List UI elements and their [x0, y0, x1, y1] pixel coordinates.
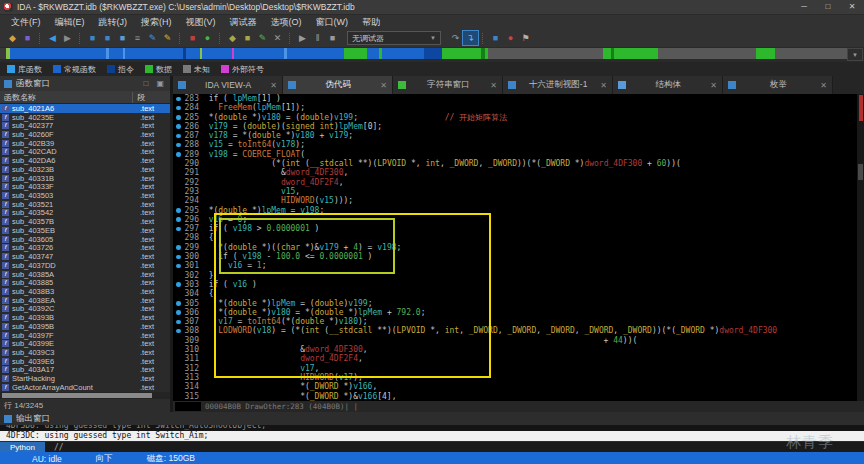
tab-伪代码[interactable]: 伪代码✕ — [283, 76, 393, 94]
cli-interpreter-button[interactable]: Python — [0, 442, 45, 452]
breakpoint-pin-icon[interactable]: ● — [503, 31, 518, 45]
output-line[interactable]: 4DF3DC: using guessed type int Switch_Ai… — [0, 431, 864, 441]
code-line-287[interactable]: 287 v178 = *(double *)v180 + v179; — [173, 131, 864, 140]
function-row[interactable]: fsub_4039C3.text — [0, 348, 170, 357]
function-row[interactable]: fGetActorArrayAndCount.text — [0, 383, 170, 392]
code-line-304[interactable]: 304 { — [173, 289, 864, 298]
forward-icon[interactable]: ▶ — [60, 31, 75, 45]
menu-item-选项(O)[interactable]: 选项(O) — [264, 16, 309, 29]
function-row[interactable]: fsub_403521.text — [0, 200, 170, 209]
function-row[interactable]: fsub_4021A6.text — [0, 104, 170, 113]
debug-windows-icon[interactable]: ■ — [488, 31, 503, 45]
code-line-302[interactable]: 302 } — [173, 271, 864, 280]
tab-IDA VIEW-A[interactable]: IDA VIEW-A✕ — [173, 76, 283, 94]
delete-icon[interactable]: ✕ — [270, 31, 285, 45]
menu-item-窗口(W)[interactable]: 窗口(W) — [309, 16, 356, 29]
function-row[interactable]: fsub_40260F.text — [0, 130, 170, 139]
function-row[interactable]: fsub_403503.text — [0, 191, 170, 200]
script-icon[interactable]: ✎ — [255, 31, 270, 45]
tab-十六进制视图-1[interactable]: 十六进制视图-1✕ — [503, 76, 613, 94]
function-row[interactable]: fsub_402CAD.text — [0, 148, 170, 157]
code-line-309[interactable]: 309 + 44))( — [173, 336, 864, 345]
function-row[interactable]: fsub_40399E.text — [0, 339, 170, 348]
function-row[interactable]: fsub_4039E6.text — [0, 357, 170, 366]
play-icon[interactable]: ▶ — [295, 31, 310, 45]
jump-name-icon[interactable]: ■ — [100, 31, 115, 45]
function-row[interactable]: fsub_402377.text — [0, 121, 170, 130]
function-row[interactable]: fsub_40331B.text — [0, 174, 170, 183]
tab-枚举[interactable]: 枚举✕ — [723, 76, 833, 94]
pause-icon[interactable]: ‖ — [310, 31, 325, 45]
function-row[interactable]: fsub_402B39.text — [0, 139, 170, 148]
maximize-button[interactable]: □ — [816, 0, 840, 14]
function-row[interactable]: fsub_4038B3.text — [0, 287, 170, 296]
movie-icon[interactable]: ■ — [185, 31, 200, 45]
function-row[interactable]: fsub_40397F.text — [0, 331, 170, 340]
tab-close-icon[interactable]: ✕ — [820, 81, 827, 90]
navigation-band[interactable]: ▼ — [0, 47, 864, 62]
function-row[interactable]: fsub_40357B.text — [0, 217, 170, 226]
function-row[interactable]: fsub_40385A.text — [0, 270, 170, 279]
jump-function-icon[interactable]: ■ — [115, 31, 130, 45]
code-line-284[interactable]: 284 FreeMem(lpMem[1]); — [173, 103, 864, 112]
tab-字符串窗口[interactable]: 字符串窗口✕ — [393, 76, 503, 94]
menu-item-帮助[interactable]: 帮助 — [355, 16, 387, 29]
debugger-selector[interactable]: 无调试器▼ — [347, 31, 441, 45]
navband-zoom-dropdown[interactable]: ▼ — [847, 48, 863, 61]
code-line-298[interactable]: 298 { — [173, 233, 864, 242]
column-header-name[interactable]: 函数名称 — [0, 92, 133, 103]
code-line-299[interactable]: 299 *(double *)((char *)&v179 + 4) = v19… — [173, 243, 864, 252]
code-line-295[interactable]: 295 *(double *)lpMem = v198; — [173, 206, 864, 215]
function-row[interactable]: fsub_4038EA.text — [0, 296, 170, 305]
code-line-290[interactable]: 290 (*(int (__stdcall **)(LPVOID *, int,… — [173, 159, 864, 168]
code-line-293[interactable]: 293 v15, — [173, 187, 864, 196]
function-row[interactable]: fsub_403A17.text — [0, 366, 170, 375]
code-line-313[interactable]: 313 HIDWORD(v17), — [173, 373, 864, 382]
minimize-button[interactable]: ─ — [792, 0, 816, 14]
tab-close-icon[interactable]: ✕ — [490, 81, 497, 90]
function-row[interactable]: fsub_4035EB.text — [0, 226, 170, 235]
menu-item-编辑(E)[interactable]: 编辑(E) — [48, 16, 92, 29]
code-vscrollbar[interactable] — [857, 94, 864, 401]
tab-close-icon[interactable]: ✕ — [710, 81, 717, 90]
code-line-300[interactable]: 300 if ( v198 - 100.0 <= 0.0000001 ) — [173, 252, 864, 261]
code-line-301[interactable]: 301 v16 = 1; — [173, 261, 864, 270]
close-button[interactable]: ✕ — [840, 0, 864, 14]
panel-float-icon[interactable]: □ — [142, 79, 151, 88]
brush-icon[interactable]: ✎ — [160, 31, 175, 45]
code-line-294[interactable]: 294 HIDWORD(v15))); — [173, 196, 864, 205]
code-line-285[interactable]: 285 *(double *)v180 = (double)v199; // 开… — [173, 113, 864, 122]
code-line-289[interactable]: 289 v198 = COERCE_FLOAT( — [173, 150, 864, 159]
tab-close-icon[interactable]: ✕ — [270, 81, 277, 90]
function-row[interactable]: fsub_40333F.text — [0, 182, 170, 191]
function-row[interactable]: fStartHacking.text — [0, 374, 170, 383]
pencil-icon[interactable]: ✎ — [145, 31, 160, 45]
snapshot-icon[interactable]: ■ — [240, 31, 255, 45]
record-icon[interactable]: ● — [200, 31, 215, 45]
tab-结构体[interactable]: 结构体✕ — [613, 76, 723, 94]
column-header-segment[interactable]: 段 — [133, 92, 170, 103]
save-icon[interactable]: ■ — [20, 31, 35, 45]
code-line-311[interactable]: 311 dword_4DF2F4, — [173, 354, 864, 363]
tab-close-icon[interactable]: ✕ — [380, 81, 387, 90]
code-line-306[interactable]: 306 *(double *)v180 = *(double *)lpMem +… — [173, 308, 864, 317]
tab-close-icon[interactable]: ✕ — [600, 81, 607, 90]
cli-input[interactable]: // — [45, 443, 864, 452]
code-line-308[interactable]: 308 LODWORD(v18) = (*(int (__stdcall **)… — [173, 326, 864, 335]
hscroll-thumb[interactable] — [2, 393, 152, 398]
code-line-288[interactable]: 288 v15 = toInt64(v178); — [173, 140, 864, 149]
code-line-310[interactable]: 310 &dword_4DF300, — [173, 345, 864, 354]
menu-item-搜索(H)[interactable]: 搜索(H) — [134, 16, 179, 29]
function-row[interactable]: fsub_403885.text — [0, 278, 170, 287]
code-line-296[interactable]: 296 v16 = 0; — [173, 215, 864, 224]
step-into-icon[interactable]: ↴ — [463, 31, 478, 45]
code-line-312[interactable]: 312 v17, — [173, 364, 864, 373]
output-log[interactable]: 4DF3D8: using guessed type int Switch_Au… — [0, 425, 864, 441]
code-line-307[interactable]: 307 v17 = toInt64(*(double *)v180); — [173, 317, 864, 326]
pseudocode-view[interactable]: 283 if ( lpMem[1] )284 FreeMem(lpMem[1])… — [173, 94, 864, 401]
step-over-icon[interactable]: ↷ — [448, 31, 463, 45]
code-line-286[interactable]: 286 v179 = (double)(signed int)lpMem[0]; — [173, 122, 864, 131]
function-row[interactable]: fsub_403726.text — [0, 244, 170, 253]
jump-address-icon[interactable]: ■ — [85, 31, 100, 45]
function-row[interactable]: fsub_40392C.text — [0, 305, 170, 314]
